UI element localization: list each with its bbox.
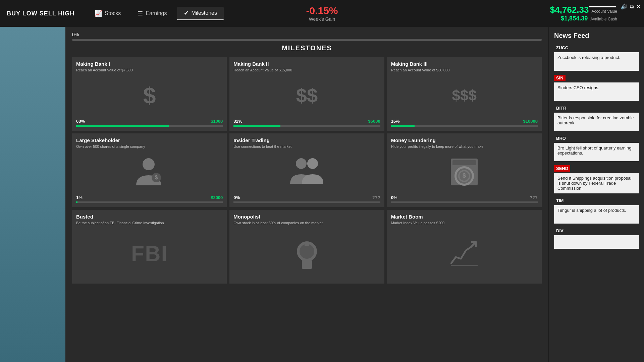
milestone-desc: Hide your profits illegally to keep more… — [391, 144, 538, 148]
milestone-desc: Market Index Value passes $200 — [391, 221, 538, 225]
news-feed-panel: News Feed ZUCC Zuccbook is releasing a p… — [548, 27, 644, 362]
svg-point-3 — [296, 158, 307, 169]
milestone-icon: $$ — [233, 75, 380, 116]
person-with-dollar-icon: $ — [135, 157, 165, 187]
news-ticker-tim: TIM — [554, 197, 566, 204]
news-ticker-sin: SIN — [554, 75, 566, 81]
milestone-desc: Be the subject of an FBI Financial Crime… — [76, 221, 223, 225]
progress-label: 0% — [72, 32, 542, 37]
milestone-market-boom: Market Boom Market Index Value passes $2… — [387, 210, 542, 284]
svg-rect-12 — [305, 244, 309, 246]
app-title: BUY LOW SELL HIGH — [7, 10, 74, 17]
milestone-making-bank-1: Making Bank I Reach an Account Value of … — [72, 57, 227, 131]
milestone-pct: 32% — [233, 119, 242, 124]
washing-machine-icon: $ — [449, 157, 479, 187]
stocks-icon: 📈 — [95, 10, 102, 17]
milestones-panel: 0% MILESTONES Making Bank I Reach an Acc… — [65, 27, 548, 362]
milestone-footer: 0% ??? — [233, 195, 380, 200]
milestone-progress-fill — [76, 201, 77, 203]
milestone-insider-trading: Insider Trading Use connections to beat … — [229, 133, 384, 207]
milestone-progress-bar — [233, 125, 380, 127]
milestone-progress-bar — [233, 201, 380, 203]
triple-dollar-icon: $$$ — [452, 87, 477, 104]
news-text-div — [554, 235, 639, 249]
milestone-title: Insider Trading — [233, 137, 380, 143]
double-dollar-icon: $$ — [296, 84, 318, 107]
milestones-title: MILESTONES — [72, 44, 542, 52]
tab-earnings[interactable]: ☰ Earnings — [131, 7, 173, 20]
milestone-footer: 1% $2000 — [76, 195, 223, 200]
news-item-div: DIV — [554, 228, 639, 249]
cash-value: $1,854.39 — [561, 15, 588, 22]
fbi-icon: FBI — [131, 241, 168, 266]
milestone-progress-bar — [391, 201, 538, 203]
milestone-pct: 0% — [391, 195, 397, 200]
milestone-title: Making Bank II — [233, 61, 380, 67]
milestone-title: Making Bank I — [76, 61, 223, 67]
news-text-bro: Bro Light fell short of quarterly earnin… — [554, 143, 639, 161]
progress-bar-container: 0% — [72, 32, 542, 41]
milestone-progress-bar — [76, 125, 223, 127]
news-ticker-bitr: BITR — [554, 105, 568, 111]
news-item-tim: TIM Timgur is shipping a lot of products… — [554, 197, 639, 224]
week-gain-value: -0.15% — [306, 5, 338, 16]
cash-label: Available Cash — [590, 17, 617, 21]
milestone-progress-fill — [76, 125, 169, 127]
milestone-pct: 63% — [76, 119, 85, 124]
milestone-pct: 0% — [233, 195, 240, 200]
earnings-icon: ☰ — [138, 10, 143, 17]
milestone-title: Making Bank III — [391, 61, 538, 67]
news-item-send: SEND Send It Shippings acquisition propo… — [554, 165, 639, 193]
milestone-reward: $1000 — [211, 119, 223, 124]
volume-slider[interactable] — [589, 6, 616, 7]
milestone-desc: Own stock in at least 50% of companies o… — [233, 221, 380, 225]
tab-milestones-label: Milestones — [192, 10, 217, 16]
milestone-pct: 1% — [76, 195, 83, 200]
news-text-tim: Timgur is shipping a lot of products. — [554, 205, 639, 224]
milestone-reward: ??? — [530, 195, 538, 200]
monopoly-icon — [292, 239, 322, 269]
milestones-icon: ✔ — [184, 9, 189, 17]
milestone-footer: 32% $5000 — [233, 119, 380, 124]
close-icon[interactable]: ✕ — [636, 3, 641, 10]
account-label: Account Value — [592, 9, 618, 14]
news-text-sin: Sinders CEO resigns. — [554, 82, 639, 101]
week-gain-label: Week's Gain — [306, 16, 338, 22]
milestone-icon: $ — [76, 151, 223, 192]
news-item-bro: BRO Bro Light fell short of quarterly ea… — [554, 135, 639, 161]
restore-icon[interactable]: ⧉ — [630, 4, 634, 10]
milestone-desc: Reach an Account Value of $7,500 — [76, 68, 223, 72]
milestone-progress-fill — [391, 125, 415, 127]
tab-earnings-label: Earnings — [146, 10, 167, 16]
milestone-making-bank-3: Making Bank III Reach an Account Value o… — [387, 57, 542, 131]
milestone-title: Monopolist — [233, 214, 380, 220]
nav-tabs: 📈 Stocks ☰ Earnings ✔ Milestones — [88, 7, 224, 20]
svg-rect-6 — [452, 160, 476, 165]
two-people-icon — [288, 157, 325, 187]
main-content: 0% MILESTONES Making Bank I Reach an Acc… — [0, 27, 644, 362]
milestone-reward: $2000 — [211, 195, 223, 200]
news-text-zucc: Zuccbook is releasing a product. — [554, 52, 639, 71]
news-item-zucc: ZUCC Zuccbook is releasing a product. — [554, 45, 639, 71]
news-ticker-bro: BRO — [554, 135, 568, 141]
milestones-grid: Making Bank I Reach an Account Value of … — [72, 57, 542, 284]
milestone-icon — [233, 228, 380, 280]
chart-up-icon — [449, 240, 479, 267]
svg-rect-13 — [302, 260, 312, 269]
milestone-icon — [233, 151, 380, 192]
milestone-reward: $5000 — [368, 119, 380, 124]
svg-point-0 — [143, 158, 155, 170]
tab-stocks[interactable]: 📈 Stocks — [88, 7, 127, 20]
milestone-making-bank-2: Making Bank II Reach an Account Value of… — [229, 57, 384, 131]
milestone-icon: FBI — [76, 228, 223, 280]
volume-icon[interactable]: 🔊 — [621, 3, 627, 10]
milestone-progress-fill — [233, 125, 280, 127]
milestone-progress-bar — [76, 201, 223, 203]
news-ticker-div: DIV — [554, 228, 566, 234]
milestone-footer: 16% $10000 — [391, 119, 538, 124]
news-text-bitr: Bitter is responsible for creating zombi… — [554, 113, 639, 131]
milestone-pct: 16% — [391, 119, 400, 124]
news-text-send: Send It Shippings acquisition proposal i… — [554, 173, 639, 193]
svg-point-4 — [307, 158, 318, 169]
tab-milestones[interactable]: ✔ Milestones — [177, 7, 224, 20]
